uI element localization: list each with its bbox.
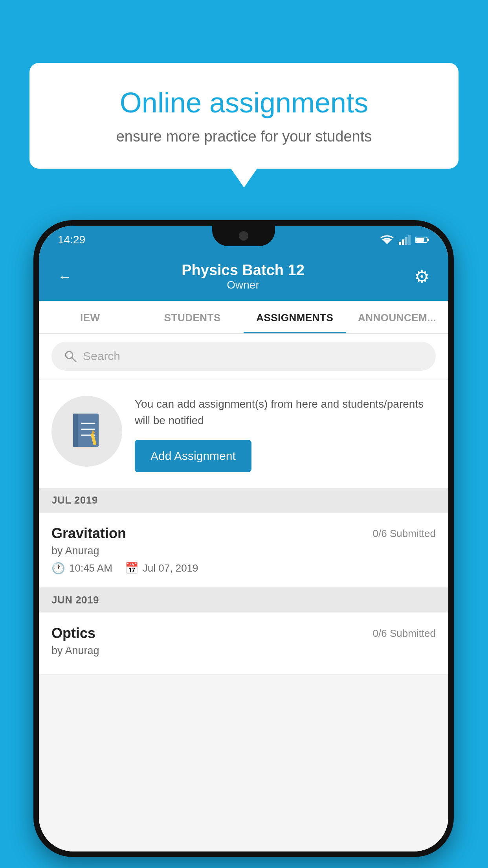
batch-title: Physics Batch 12 <box>182 262 305 279</box>
status-icons <box>380 235 429 245</box>
tab-assignments[interactable]: ASSIGNMENTS <box>244 301 346 333</box>
promo-section: You can add assignment(s) from here and … <box>39 380 448 488</box>
promo-icon <box>51 396 122 467</box>
notch <box>212 226 275 246</box>
assignment-item-gravitation[interactable]: Gravitation 0/6 Submitted by Anurag 🕐 10… <box>39 513 448 588</box>
svg-rect-3 <box>405 237 407 245</box>
svg-line-9 <box>72 358 76 362</box>
tab-overview[interactable]: IEW <box>39 301 141 333</box>
status-bar: 14:29 <box>39 226 448 254</box>
svg-rect-4 <box>408 235 411 245</box>
assignment-submitted: 0/6 Submitted <box>373 528 436 540</box>
svg-marker-0 <box>382 239 392 244</box>
batch-subtitle: Owner <box>182 279 305 291</box>
assignment-name: Gravitation <box>51 525 126 542</box>
status-time: 14:29 <box>58 234 85 246</box>
header-center: Physics Batch 12 Owner <box>182 262 305 291</box>
search-placeholder: Search <box>83 349 120 363</box>
promo-content: You can add assignment(s) from here and … <box>135 396 436 472</box>
camera-notch <box>239 231 248 241</box>
search-bar[interactable]: Search <box>51 342 436 371</box>
assignment-by: by Anurag <box>51 545 436 557</box>
assignment-date: 📅 Jul 07, 2019 <box>125 562 198 575</box>
optics-by: by Anurag <box>51 645 436 657</box>
speech-bubble: Online assignments ensure more practice … <box>29 63 459 169</box>
phone-frame: 14:29 <box>33 220 454 857</box>
speech-bubble-subtitle: ensure more practice for your students <box>61 128 427 145</box>
speech-bubble-title: Online assignments <box>61 86 427 119</box>
optics-submitted: 0/6 Submitted <box>373 627 436 640</box>
wifi-icon <box>380 235 394 245</box>
battery-icon <box>415 236 429 244</box>
clock-icon: 🕐 <box>51 562 65 575</box>
signal-icon <box>399 235 411 245</box>
section-header-jun: JUN 2019 <box>39 588 448 612</box>
svg-rect-11 <box>73 414 78 447</box>
search-icon <box>64 350 77 362</box>
calendar-icon: 📅 <box>125 562 139 575</box>
notebook-icon <box>69 412 105 451</box>
assignment-meta: 🕐 10:45 AM 📅 Jul 07, 2019 <box>51 562 436 575</box>
speech-bubble-container: Online assignments ensure more practice … <box>29 63 459 169</box>
date-value: Jul 07, 2019 <box>143 562 198 574</box>
content-area: Search You can add <box>39 334 448 851</box>
tabs-container: IEW STUDENTS ASSIGNMENTS ANNOUNCEM... <box>39 301 448 334</box>
section-header-jul: JUL 2019 <box>39 488 448 513</box>
add-assignment-button[interactable]: Add Assignment <box>135 440 251 472</box>
search-bar-container: Search <box>39 334 448 379</box>
assignment-item-optics[interactable]: Optics 0/6 Submitted by Anurag <box>39 612 448 675</box>
optics-name: Optics <box>51 625 95 642</box>
phone-screen: 14:29 <box>39 226 448 851</box>
app-header: ← Physics Batch 12 Owner ⚙ <box>39 254 448 301</box>
promo-text: You can add assignment(s) from here and … <box>135 396 436 429</box>
assignment-time: 🕐 10:45 AM <box>51 562 112 575</box>
back-button[interactable]: ← <box>58 268 72 285</box>
svg-rect-6 <box>427 239 429 241</box>
svg-rect-2 <box>402 239 404 245</box>
assignment-top-row: Gravitation 0/6 Submitted <box>51 525 436 542</box>
svg-rect-1 <box>399 242 401 245</box>
time-value: 10:45 AM <box>69 562 112 574</box>
tab-announcements[interactable]: ANNOUNCEM... <box>346 301 449 333</box>
svg-rect-7 <box>416 238 424 242</box>
settings-button[interactable]: ⚙ <box>414 267 429 287</box>
tab-students[interactable]: STUDENTS <box>141 301 244 333</box>
assignment-top-row-optics: Optics 0/6 Submitted <box>51 625 436 642</box>
